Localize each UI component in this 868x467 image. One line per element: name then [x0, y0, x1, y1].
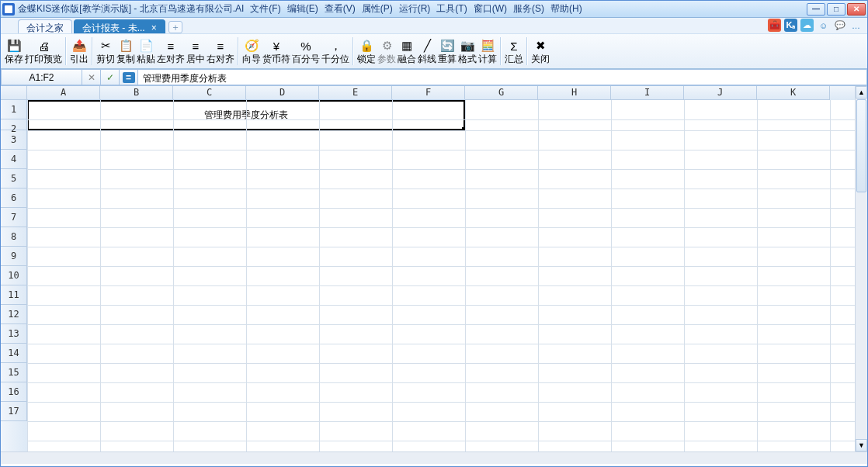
col-E[interactable]: E [319, 86, 392, 100]
row-17[interactable]: 17 [1, 402, 27, 421]
menu-edit[interactable]: 编辑(E) [284, 2, 321, 16]
menu-run[interactable]: 运行(R) [396, 2, 434, 16]
toolbar-保存[interactable]: 💾保存 [4, 35, 24, 67]
window-title: 金蝶KIS迷你版[教学演示版] - 北京百鸟速递有限公司.AI [18, 2, 244, 16]
row-1[interactable]: 1 [1, 100, 27, 119]
toolbar-复制[interactable]: 📋复制 [116, 35, 136, 67]
toolbar-参数[interactable]: ⚙参数 [377, 35, 397, 67]
toolbar-右对齐[interactable]: ≡右对齐 [206, 35, 235, 67]
toolbar-引出[interactable]: 📤引出 [69, 35, 89, 67]
千分位-icon: ， [328, 38, 343, 54]
col-D[interactable]: D [246, 86, 319, 100]
row-13[interactable]: 13 [1, 324, 27, 344]
more-icon[interactable]: … [849, 19, 863, 32]
toolbar-关闭[interactable]: ✖关闭 [530, 35, 550, 67]
toolbar-融合[interactable]: ▦融合 [397, 35, 417, 67]
menu-service[interactable]: 服务(S) [510, 2, 547, 16]
scroll-down-button[interactable]: ▼ [856, 439, 867, 451]
toolbar-剪切[interactable]: ✂剪切 [95, 35, 116, 67]
toolbar-格式[interactable]: 📷格式 [457, 35, 477, 67]
引出-icon: 📤 [71, 38, 87, 54]
row-10[interactable]: 10 [1, 266, 27, 285]
name-box[interactable]: A1:F2 [1, 69, 82, 85]
row-3[interactable]: 3 [1, 130, 27, 150]
toolbar-向导[interactable]: 🧭向导 [241, 35, 262, 67]
row-8[interactable]: 8 [1, 227, 27, 247]
menu-view[interactable]: 查看(V) [321, 2, 359, 16]
保存-icon: 💾 [6, 38, 22, 54]
toolbar-汇总[interactable]: Σ汇总 [504, 35, 524, 67]
row-14[interactable]: 14 [1, 344, 27, 363]
汇总-icon: Σ [506, 38, 522, 54]
tab-report[interactable]: 会计报表 - 未...× [74, 19, 165, 33]
粘贴-icon: 📄 [138, 38, 154, 54]
tab-close-icon[interactable]: × [151, 22, 157, 33]
row-16[interactable]: 16 [1, 382, 27, 402]
row-7[interactable]: 7 [1, 208, 27, 227]
col-I[interactable]: I [611, 86, 684, 100]
参数-icon: ⚙ [379, 38, 394, 54]
close-button[interactable]: ✕ [847, 3, 866, 16]
col-A[interactable]: A [27, 86, 100, 100]
horizontal-scrollbar[interactable] [1, 451, 867, 464]
row-2[interactable]: 2 [1, 119, 27, 130]
toolbar-重算[interactable]: 🔄重算 [437, 35, 457, 67]
toolbar-百分号[interactable]: %百分号 [291, 35, 321, 67]
tab-home[interactable]: 会计之家 [18, 19, 72, 33]
col-H[interactable]: H [538, 86, 611, 100]
menu-window[interactable]: 窗口(W) [470, 2, 510, 16]
menu-tools[interactable]: 工具(T) [433, 2, 470, 16]
左对齐-icon: ≡ [163, 38, 179, 54]
menu-properties[interactable]: 属性(P) [359, 2, 396, 16]
toolbar-粘贴[interactable]: 📄粘贴 [136, 35, 156, 67]
smile-icon[interactable]: ☺ [817, 19, 830, 32]
maximize-button[interactable]: □ [827, 3, 845, 16]
vertical-scrollbar[interactable]: ▲ ▼ [855, 86, 867, 451]
col-B[interactable]: B [100, 86, 173, 100]
app-icon [2, 3, 15, 16]
锁定-icon: 🔒 [359, 38, 374, 54]
cloud-icon[interactable]: ☁ [800, 19, 814, 32]
toolbar-锁定[interactable]: 🔒锁定 [356, 35, 377, 67]
toolbar-左对齐[interactable]: ≡左对齐 [156, 35, 186, 67]
minimize-button[interactable]: — [807, 3, 825, 16]
关闭-icon: ✖ [533, 38, 548, 54]
toolbar-计算[interactable]: 🧮计算 [477, 35, 498, 67]
toolbar-货币符[interactable]: ¥货币符 [262, 35, 291, 67]
计算-icon: 🧮 [480, 38, 495, 54]
col-K[interactable]: K [757, 86, 830, 100]
equals-button[interactable]: = [120, 69, 138, 85]
col-C[interactable]: C [173, 86, 246, 100]
toolbar-居中[interactable]: ≡居中 [186, 35, 206, 67]
accept-formula-button[interactable]: ✓ [101, 69, 120, 85]
chat-icon[interactable]: 💬 [833, 19, 846, 32]
toolbox-icon[interactable]: 🧰 [768, 19, 781, 32]
row-5[interactable]: 5 [1, 169, 27, 189]
row-15[interactable]: 15 [1, 363, 27, 382]
row-4[interactable]: 4 [1, 150, 27, 169]
toolbar-打印预览[interactable]: 🖨打印预览 [24, 35, 63, 67]
toolbar-斜线[interactable]: ╱斜线 [417, 35, 437, 67]
menu-help[interactable]: 帮助(H) [547, 2, 585, 16]
百分号-icon: % [298, 38, 314, 54]
toolbar-千分位[interactable]: ，千分位 [321, 35, 350, 67]
剪切-icon: ✂ [98, 38, 113, 54]
menu-file[interactable]: 文件(F) [247, 2, 283, 16]
col-J[interactable]: J [684, 86, 757, 100]
main-menu: 文件(F) 编辑(E) 查看(V) 属性(P) 运行(R) 工具(T) 窗口(W… [247, 2, 585, 16]
col-F[interactable]: F [392, 86, 465, 100]
new-tab-button[interactable]: ＋ [168, 21, 182, 33]
居中-icon: ≡ [188, 38, 203, 54]
select-all-corner[interactable] [1, 86, 27, 100]
scroll-thumb[interactable] [856, 99, 866, 192]
scroll-up-button[interactable]: ▲ [856, 86, 867, 99]
row-11[interactable]: 11 [1, 285, 27, 305]
row-12[interactable]: 12 [1, 305, 27, 324]
row-6[interactable]: 6 [1, 189, 27, 208]
ka-icon[interactable]: Kₐ [784, 19, 797, 32]
斜线-icon: ╱ [419, 38, 435, 54]
col-G[interactable]: G [465, 86, 538, 100]
row-9[interactable]: 9 [1, 247, 27, 266]
cancel-formula-button[interactable]: ✕ [82, 69, 101, 85]
formula-input[interactable]: 管理费用季度分析表 [138, 69, 867, 85]
